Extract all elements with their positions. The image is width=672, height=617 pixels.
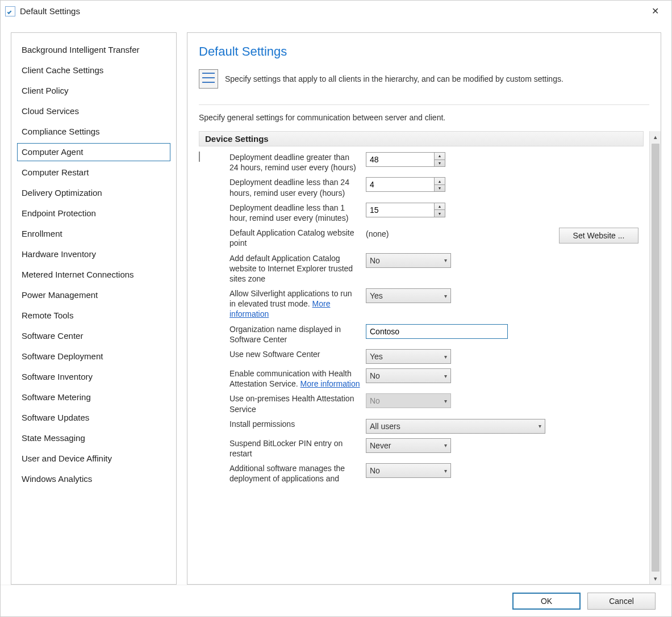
- setting-install-permissions: Install permissions All users ▾: [199, 417, 644, 436]
- spinner-deadline-lt24[interactable]: ▲▼: [366, 177, 445, 192]
- sidebar-item-windows-analytics[interactable]: Windows Analytics: [17, 470, 170, 488]
- divider: [199, 104, 649, 105]
- chevron-down-icon: ▾: [444, 354, 447, 360]
- select-onprem-health: No ▾: [366, 393, 451, 408]
- spinner-deadline-lt1[interactable]: ▲▼: [366, 203, 445, 217]
- label-health-attestation: Enable communication with Health Attesta…: [229, 368, 360, 389]
- sidebar-item-power-management[interactable]: Power Management: [17, 286, 170, 304]
- label-deadline-gt24: Deployment deadline greater than 24 hour…: [229, 152, 360, 173]
- select-value: No: [370, 396, 380, 405]
- label-deadline-lt24: Deployment deadline less than 24 hours, …: [229, 177, 360, 198]
- sidebar-item-enrollment[interactable]: Enrollment: [17, 225, 170, 243]
- chevron-down-icon[interactable]: ▼: [435, 185, 445, 192]
- default-settings-window: Default Settings ✕ Background Intelligen…: [0, 0, 672, 617]
- sidebar-item-software-updates[interactable]: Software Updates: [17, 409, 170, 427]
- section-header-device-settings: Device Settings: [199, 131, 644, 146]
- sidebar-item-software-center[interactable]: Software Center: [17, 327, 170, 345]
- input-deadline-lt1[interactable]: [366, 203, 434, 217]
- select-bitlocker[interactable]: Never ▾: [366, 438, 451, 453]
- sidebar-item-endpoint-protection[interactable]: Endpoint Protection: [17, 204, 170, 223]
- spinner-deadline-gt24[interactable]: ▲▼: [366, 152, 445, 167]
- select-value: All users: [370, 422, 400, 431]
- input-deadline-gt24[interactable]: [366, 153, 434, 166]
- app-icon: [5, 6, 15, 16]
- set-website-button[interactable]: Set Website ...: [559, 228, 638, 244]
- setting-trusted-sites: Add default Application Catalog website …: [199, 251, 644, 287]
- sidebar-item-computer-agent[interactable]: Computer Agent: [17, 143, 170, 161]
- body: Background Intelligent TransferClient Ca…: [1, 22, 671, 585]
- chevron-up-icon[interactable]: ▲: [435, 203, 445, 211]
- select-new-software-center[interactable]: Yes ▾: [366, 349, 451, 364]
- chevron-up-icon[interactable]: ▴: [650, 131, 661, 142]
- chevron-down-icon: ▾: [444, 468, 447, 474]
- sidebar-item-metered-internet-connections[interactable]: Metered Internet Connections: [17, 266, 170, 284]
- ok-button[interactable]: OK: [512, 593, 581, 610]
- close-icon: ✕: [652, 6, 659, 16]
- sidebar-item-delivery-optimization[interactable]: Delivery Optimization: [17, 184, 170, 202]
- chevron-down-icon[interactable]: ▼: [435, 160, 445, 167]
- select-health-attestation[interactable]: No ▾: [366, 368, 451, 383]
- sidebar-item-user-and-device-affinity[interactable]: User and Device Affinity: [17, 450, 170, 468]
- label-new-software-center: Use new Software Center: [229, 349, 360, 359]
- label-deadline-lt1: Deployment deadline less than 1 hour, re…: [229, 203, 360, 223]
- label-install-permissions: Install permissions: [229, 419, 360, 429]
- input-deadline-lt24[interactable]: [366, 178, 434, 191]
- sidebar-item-client-policy[interactable]: Client Policy: [17, 82, 170, 100]
- chevron-up-icon[interactable]: ▲: [435, 153, 445, 160]
- select-silverlight[interactable]: Yes ▾: [366, 288, 451, 303]
- chevron-up-icon[interactable]: ▲: [435, 178, 445, 185]
- setting-onprem-health: Use on-premises Health Attestation Servi…: [199, 391, 644, 416]
- checklist-icon: [199, 152, 200, 162]
- chevron-down-icon: ▾: [539, 423, 541, 429]
- select-value: Yes: [370, 352, 383, 361]
- sidebar-item-remote-tools[interactable]: Remote Tools: [17, 307, 170, 325]
- footer: OK Cancel: [1, 585, 671, 616]
- setting-org-name: Organization name displayed in Software …: [199, 322, 644, 347]
- chevron-down-icon: ▾: [444, 373, 447, 379]
- select-trusted-sites[interactable]: No ▾: [366, 253, 451, 268]
- sidebar-item-cloud-services[interactable]: Cloud Services: [17, 102, 170, 120]
- chevron-down-icon[interactable]: ▾: [650, 573, 661, 584]
- label-trusted-sites: Add default Application Catalog website …: [229, 253, 360, 284]
- sidebar-item-compliance-settings[interactable]: Compliance Settings: [17, 123, 170, 141]
- sidebar-item-software-deployment[interactable]: Software Deployment: [17, 347, 170, 366]
- chevron-down-icon[interactable]: ▼: [435, 210, 445, 217]
- select-additional-software[interactable]: No ▾: [366, 463, 451, 478]
- sidebar-item-background-intelligent-transfer[interactable]: Background Intelligent Transfer: [17, 41, 170, 59]
- sidebar-item-software-inventory[interactable]: Software Inventory: [17, 368, 170, 386]
- label-bitlocker: Suspend BitLocker PIN entry on restart: [229, 438, 360, 459]
- label-onprem-health: Use on-premises Health Attestation Servi…: [229, 393, 360, 414]
- page-title: Default Settings: [199, 44, 649, 59]
- setting-silverlight: Allow Silverlight applications to run in…: [199, 286, 644, 322]
- vertical-scrollbar[interactable]: ▴ ▾: [649, 131, 661, 584]
- setting-deadline-lt1: Deployment deadline less than 1 hour, re…: [199, 200, 644, 225]
- cancel-button[interactable]: Cancel: [587, 593, 656, 610]
- chevron-down-icon: ▾: [444, 442, 447, 448]
- label-org-name: Organization name displayed in Software …: [229, 324, 360, 345]
- sidebar-item-state-messaging[interactable]: State Messaging: [17, 429, 170, 447]
- label-additional-software: Additional software manages the deployme…: [229, 463, 360, 484]
- setting-health-attestation: Enable communication with Health Attesta…: [199, 366, 644, 391]
- sidebar-item-hardware-inventory[interactable]: Hardware Inventory: [17, 245, 170, 263]
- sidebar-item-computer-restart[interactable]: Computer Restart: [17, 163, 170, 182]
- sidebar: Background Intelligent TransferClient Ca…: [11, 32, 177, 585]
- setting-deadline-lt24: Deployment deadline less than 24 hours, …: [199, 175, 644, 200]
- page-description: Specify settings that apply to all clien…: [225, 74, 564, 83]
- select-value: No: [370, 256, 380, 265]
- input-org-name[interactable]: [366, 324, 508, 339]
- scroll-thumb[interactable]: [652, 144, 660, 572]
- select-value: No: [370, 371, 380, 380]
- health-attestation-more-info-link[interactable]: More information: [300, 379, 360, 388]
- sidebar-item-client-cache-settings[interactable]: Client Cache Settings: [17, 61, 170, 79]
- select-value: Yes: [370, 291, 383, 300]
- content-panel: Default Settings Specify settings that a…: [187, 32, 661, 585]
- select-value: No: [370, 466, 380, 475]
- sidebar-item-software-metering[interactable]: Software Metering: [17, 388, 170, 406]
- setting-additional-software: Additional software manages the deployme…: [199, 461, 644, 486]
- close-button[interactable]: ✕: [642, 3, 668, 20]
- label-silverlight: Allow Silverlight applications to run in…: [229, 288, 360, 320]
- label-catalog-website: Default Application Catalog website poin…: [229, 228, 360, 248]
- select-install-permissions[interactable]: All users ▾: [366, 419, 545, 434]
- checklist-icon: [199, 69, 218, 89]
- value-catalog-website: (none): [366, 228, 389, 238]
